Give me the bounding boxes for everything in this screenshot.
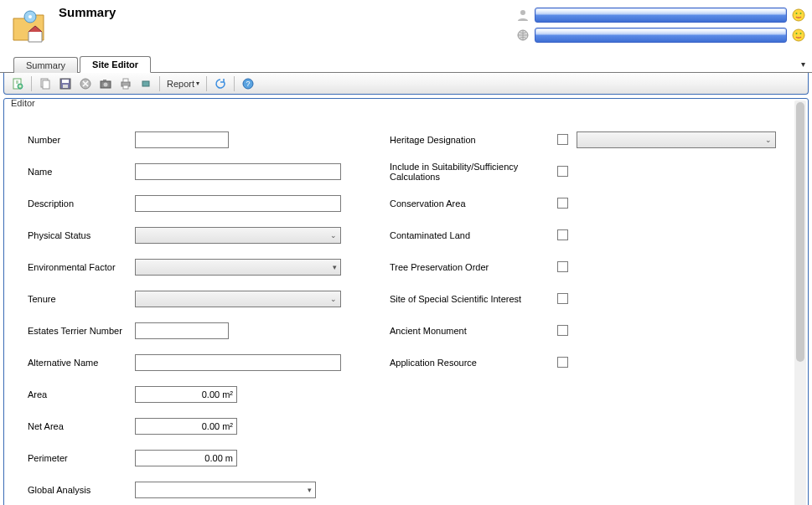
scrollbar-thumb[interactable] bbox=[796, 102, 804, 362]
perimeter-label: Perimeter bbox=[28, 453, 135, 463]
globe-icon bbox=[516, 28, 530, 42]
net-area-input[interactable] bbox=[135, 418, 237, 435]
svg-point-2 bbox=[520, 10, 525, 15]
perimeter-input[interactable] bbox=[135, 450, 237, 466]
number-label: Number bbox=[28, 135, 135, 145]
ancient-monument-checkbox[interactable] bbox=[557, 325, 568, 336]
app-icon bbox=[10, 7, 50, 47]
tenure-label: Tenure bbox=[28, 294, 135, 304]
application-resource-checkbox[interactable] bbox=[557, 357, 568, 368]
svg-point-5 bbox=[800, 13, 802, 14]
heritage-checkbox[interactable] bbox=[557, 134, 568, 145]
print-button[interactable] bbox=[116, 75, 135, 92]
sssi-checkbox[interactable] bbox=[557, 293, 568, 304]
physical-status-combo[interactable]: ⌄ bbox=[135, 227, 341, 244]
svg-rect-23 bbox=[123, 85, 128, 89]
user-bars bbox=[516, 7, 805, 47]
svg-rect-22 bbox=[123, 79, 128, 82]
save-button[interactable] bbox=[56, 75, 75, 92]
heritage-combo[interactable]: ⌄ bbox=[577, 131, 776, 148]
camera-button[interactable] bbox=[96, 75, 115, 92]
estates-terrier-label: Estates Terrier Number bbox=[28, 326, 135, 336]
alternative-name-label: Alternative Name bbox=[28, 358, 135, 368]
tree-preservation-checkbox[interactable] bbox=[557, 261, 568, 272]
svg-point-3 bbox=[793, 9, 804, 21]
report-dropdown[interactable]: Report▾ bbox=[163, 75, 203, 92]
tab-label: Summary bbox=[26, 60, 65, 70]
delete-button[interactable] bbox=[76, 75, 95, 92]
user-bar-2[interactable] bbox=[535, 28, 787, 43]
net-area-label: Net Area bbox=[28, 421, 135, 431]
conservation-area-checkbox[interactable] bbox=[557, 198, 568, 209]
chevron-down-icon: ▾ bbox=[308, 486, 312, 494]
svg-rect-24 bbox=[142, 81, 149, 86]
tab-site-editor[interactable]: Site Editor bbox=[80, 56, 151, 73]
toolbar-separator bbox=[234, 76, 235, 91]
toolbar: Report▾ ? bbox=[3, 73, 809, 95]
page-title: Summary bbox=[59, 5, 116, 19]
area-input[interactable] bbox=[135, 386, 237, 403]
svg-point-8 bbox=[796, 33, 798, 34]
application-resource-label: Application Resource bbox=[390, 358, 557, 368]
editor-panel: Editor Number Name Description bbox=[3, 98, 809, 505]
tag-button[interactable] bbox=[137, 75, 155, 92]
conservation-area-label: Conservation Area bbox=[390, 198, 557, 209]
chevron-down-icon: ▾ bbox=[196, 80, 199, 87]
chevron-down-icon: ⌄ bbox=[765, 136, 772, 144]
chevron-down-icon: ⌄ bbox=[330, 231, 337, 240]
environmental-factor-combo[interactable]: ▾ bbox=[135, 259, 341, 276]
svg-rect-15 bbox=[62, 80, 69, 83]
new-button[interactable] bbox=[8, 75, 27, 92]
right-column: Heritage Designation ⌄ Include in Suitab… bbox=[390, 131, 776, 505]
global-analysis-label: Global Analysis bbox=[28, 485, 135, 495]
user-bar-1[interactable] bbox=[535, 8, 787, 23]
svg-text:?: ? bbox=[246, 80, 251, 88]
alternative-name-input[interactable] bbox=[135, 354, 341, 371]
ancient-monument-label: Ancient Monument bbox=[390, 326, 557, 336]
include-suitability-checkbox[interactable] bbox=[557, 166, 568, 177]
tree-preservation-label: Tree Preservation Order bbox=[390, 262, 557, 272]
tab-label: Site Editor bbox=[92, 59, 138, 70]
chevron-down-icon: ▾ bbox=[333, 263, 337, 271]
vertical-scrollbar[interactable] bbox=[794, 100, 806, 505]
global-analysis-combo[interactable]: ▾ bbox=[135, 482, 316, 498]
svg-point-19 bbox=[104, 82, 108, 86]
header: Summary bbox=[0, 0, 812, 54]
user-bar-1-row bbox=[516, 7, 805, 23]
form-area: Number Name Description Physical Status … bbox=[4, 107, 793, 505]
environmental-factor-label: Environmental Factor bbox=[28, 262, 135, 272]
svg-point-7 bbox=[793, 29, 804, 41]
left-column: Number Name Description Physical Status … bbox=[28, 131, 365, 505]
svg-point-9 bbox=[800, 33, 802, 34]
chevron-down-icon: ⌄ bbox=[330, 295, 337, 303]
estates-terrier-input[interactable] bbox=[135, 322, 229, 339]
svg-point-4 bbox=[796, 13, 798, 14]
tenure-combo[interactable]: ⌄ bbox=[135, 291, 341, 307]
include-suitability-label: Include in Suitability/Sufficiency Calcu… bbox=[390, 162, 557, 182]
number-input[interactable] bbox=[135, 131, 229, 148]
panel-legend: Editor bbox=[9, 98, 37, 108]
description-input[interactable] bbox=[135, 195, 341, 212]
tab-summary[interactable]: Summary bbox=[13, 57, 78, 73]
tab-overflow-arrow[interactable]: ▾ bbox=[801, 59, 805, 69]
report-label: Report bbox=[167, 79, 194, 89]
smiley-icon[interactable] bbox=[792, 28, 805, 42]
area-label: Area bbox=[28, 389, 135, 399]
svg-point-1 bbox=[28, 15, 32, 18]
user-bar-2-row bbox=[516, 27, 805, 44]
sssi-label: Site of Special Scientific Interest bbox=[390, 294, 557, 304]
toolbar-separator bbox=[159, 76, 160, 91]
svg-rect-20 bbox=[103, 80, 106, 81]
description-label: Description bbox=[28, 198, 135, 209]
refresh-button[interactable] bbox=[211, 75, 230, 92]
physical-status-label: Physical Status bbox=[28, 230, 135, 240]
copy-button[interactable] bbox=[36, 75, 54, 92]
heritage-label: Heritage Designation bbox=[390, 135, 557, 145]
contaminated-land-checkbox[interactable] bbox=[557, 229, 568, 240]
contaminated-land-label: Contaminated Land bbox=[390, 230, 557, 240]
smiley-icon[interactable] bbox=[792, 8, 805, 22]
person-icon bbox=[516, 8, 530, 22]
name-label: Name bbox=[28, 167, 135, 177]
help-button[interactable]: ? bbox=[239, 75, 257, 92]
name-input[interactable] bbox=[135, 163, 341, 180]
